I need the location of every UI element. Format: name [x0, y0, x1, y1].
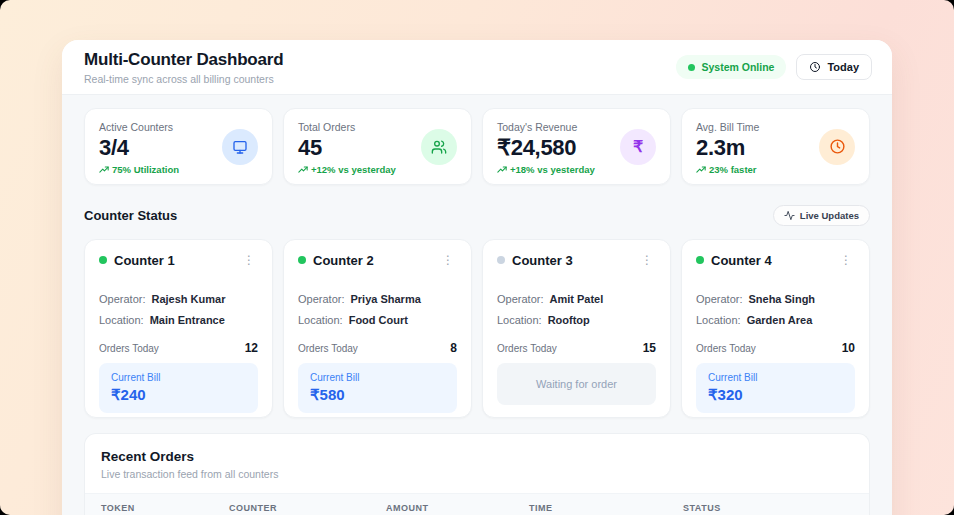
current-bill-label: Current Bill: [310, 372, 445, 383]
location-value: Main Entrance: [150, 314, 225, 326]
stat-value: 3/4: [99, 135, 179, 161]
clock-icon: [819, 129, 855, 165]
counter-status-dot-icon: [298, 256, 306, 264]
operator-label: Operator:: [99, 293, 145, 305]
operator-row: Operator: Sneha Singh: [696, 293, 855, 305]
operator-value: Priya Sharma: [350, 293, 420, 305]
stat-label: Total Orders: [298, 121, 396, 133]
kebab-menu-icon[interactable]: ⋮: [837, 252, 855, 268]
orders-today-value: 15: [643, 341, 656, 355]
counter-card-1: Counter 1 ⋮ Operator: Rajesh Kumar Locat…: [84, 239, 273, 418]
rupee-icon: ₹: [620, 129, 656, 165]
current-bill-box: Current Bill ₹580: [298, 363, 457, 413]
operator-row: Operator: Priya Sharma: [298, 293, 457, 305]
stat-trend-label: 75% Utilization: [112, 164, 179, 175]
status-dot-icon: [688, 64, 695, 71]
counter-status-dot-icon: [497, 256, 505, 264]
operator-label: Operator:: [696, 293, 742, 305]
location-label: Location:: [497, 314, 542, 326]
column-header-token: TOKEN: [101, 503, 229, 513]
location-row: Location: Garden Area: [696, 314, 855, 326]
orders-today-row: Orders Today 12: [99, 341, 258, 355]
counter-card-2: Counter 2 ⋮ Operator: Priya Sharma Locat…: [283, 239, 472, 418]
kebab-menu-icon[interactable]: ⋮: [638, 252, 656, 268]
recent-orders-card: Recent Orders Live transaction feed from…: [84, 433, 870, 515]
counter-status-dot-icon: [696, 256, 704, 264]
operator-value: Amit Patel: [549, 293, 603, 305]
operator-label: Operator:: [298, 293, 344, 305]
stat-value: ₹24,580: [497, 135, 595, 161]
stat-card-avg-bill-time: Avg. Bill Time 2.3m 23% faster: [681, 108, 870, 185]
counter-name: Counter 4: [711, 253, 830, 268]
counter-status-dot-icon: [99, 256, 107, 264]
trend-up-icon: [497, 165, 507, 175]
counters-grid: Counter 1 ⋮ Operator: Rajesh Kumar Locat…: [84, 239, 870, 418]
kebab-menu-icon[interactable]: ⋮: [240, 252, 258, 268]
counter-header: Counter 3 ⋮: [497, 252, 656, 268]
orders-today-row: Orders Today 8: [298, 341, 457, 355]
orders-today-value: 10: [842, 341, 855, 355]
stat-value: 2.3m: [696, 135, 759, 161]
operator-label: Operator:: [497, 293, 543, 305]
clock-icon: [809, 61, 821, 73]
orders-today-label: Orders Today: [298, 343, 358, 354]
location-row: Location: Main Entrance: [99, 314, 258, 326]
header-title-block: Multi-Counter Dashboard Real-time sync a…: [84, 50, 283, 85]
current-bill-box: Current Bill ₹240: [99, 363, 258, 413]
counter-header: Counter 4 ⋮: [696, 252, 855, 268]
activity-icon: [784, 210, 795, 221]
orders-today-value: 12: [245, 341, 258, 355]
location-row: Location: Rooftop: [497, 314, 656, 326]
header-actions: System Online Today: [676, 54, 872, 80]
system-status-badge: System Online: [676, 55, 786, 79]
current-bill-value: ₹580: [310, 386, 445, 404]
location-label: Location:: [99, 314, 144, 326]
stat-card-total-orders: Total Orders 45 +12% vs yesterday: [283, 108, 472, 185]
location-value: Rooftop: [548, 314, 590, 326]
current-bill-box: Current Bill ₹320: [696, 363, 855, 413]
counter-header: Counter 1 ⋮: [99, 252, 258, 268]
stat-text-block: Today's Revenue ₹24,580 +18% vs yesterda…: [497, 121, 595, 172]
header: Multi-Counter Dashboard Real-time sync a…: [62, 40, 892, 95]
operator-row: Operator: Amit Patel: [497, 293, 656, 305]
operator-value: Rajesh Kumar: [151, 293, 225, 305]
page-title: Multi-Counter Dashboard: [84, 50, 283, 70]
stat-text-block: Avg. Bill Time 2.3m 23% faster: [696, 121, 759, 172]
column-header-time: TIME: [529, 503, 683, 513]
current-bill-label: Current Bill: [111, 372, 246, 383]
stat-value: 45: [298, 135, 396, 161]
live-updates-badge: Live Updates: [773, 205, 870, 226]
stat-trend-label: +18% vs yesterday: [510, 164, 595, 175]
orders-table-header: TOKEN COUNTER AMOUNT TIME STATUS: [85, 493, 869, 515]
stat-trend-label: +12% vs yesterday: [311, 164, 396, 175]
stat-label: Avg. Bill Time: [696, 121, 759, 133]
location-value: Food Court: [349, 314, 408, 326]
counter-card-3: Counter 3 ⋮ Operator: Amit Patel Locatio…: [482, 239, 671, 418]
stat-trend: 23% faster: [696, 164, 759, 175]
stat-text-block: Active Counters 3/4 75% Utilization: [99, 121, 179, 172]
orders-today-label: Orders Today: [99, 343, 159, 354]
current-bill-label: Current Bill: [708, 372, 843, 383]
waiting-for-order-box: Waiting for order: [497, 363, 656, 405]
kebab-menu-icon[interactable]: ⋮: [439, 252, 457, 268]
trend-up-icon: [696, 165, 706, 175]
location-value: Garden Area: [747, 314, 813, 326]
trend-up-icon: [298, 165, 308, 175]
column-header-status: STATUS: [683, 503, 853, 513]
counter-name: Counter 2: [313, 253, 432, 268]
counter-status-section-header: Counter Status Live Updates: [84, 205, 870, 226]
trend-up-icon: [99, 165, 109, 175]
today-button[interactable]: Today: [796, 54, 872, 80]
system-status-label: System Online: [701, 61, 774, 73]
recent-orders-heading: Recent Orders: [101, 449, 853, 464]
dashboard-body: Active Counters 3/4 75% Utilization Tota…: [62, 95, 892, 515]
stats-row: Active Counters 3/4 75% Utilization Tota…: [84, 108, 870, 185]
users-icon: [421, 129, 457, 165]
orders-today-label: Orders Today: [696, 343, 756, 354]
stat-text-block: Total Orders 45 +12% vs yesterday: [298, 121, 396, 172]
operator-row: Operator: Rajesh Kumar: [99, 293, 258, 305]
stat-card-active-counters: Active Counters 3/4 75% Utilization: [84, 108, 273, 185]
live-updates-label: Live Updates: [800, 210, 859, 221]
stat-trend-label: 23% faster: [709, 164, 757, 175]
counter-status-heading: Counter Status: [84, 208, 177, 223]
